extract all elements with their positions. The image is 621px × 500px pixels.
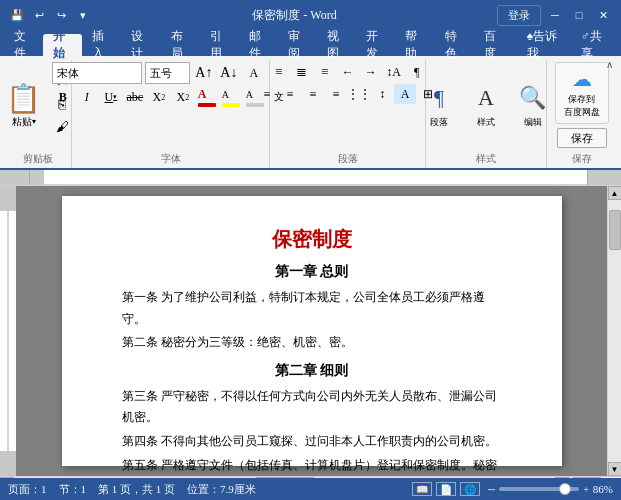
share-button[interactable]: ♂共享 [571, 34, 617, 56]
zoom-out-button[interactable]: ─ [488, 484, 495, 495]
zoom-slider[interactable] [499, 487, 579, 491]
underline-button[interactable]: U▾ [100, 87, 122, 107]
strikethrough-button[interactable]: abc [124, 87, 146, 107]
bullets-button[interactable]: ≡ [268, 62, 290, 82]
font-size-input[interactable] [145, 62, 190, 84]
scroll-thumb[interactable] [609, 210, 621, 250]
tab-special[interactable]: 特色 [435, 34, 474, 56]
document-scroll-area[interactable]: 保密制度 第一章 总则 第一条 为了维护公司利益，特制订本规定，公司全体员工必须… [16, 186, 607, 476]
paragraph-4: 第四条 不得向其他公司员工窥探、过问非本人工作职责内的公司机密。 [122, 431, 502, 453]
multilevel-button[interactable]: ≡ [314, 62, 336, 82]
tab-review[interactable]: 审阅 [278, 34, 317, 56]
font-shrink-button[interactable]: A↓ [218, 63, 240, 83]
save-button[interactable]: 保存 [557, 128, 607, 148]
increase-indent-button[interactable]: → [360, 62, 382, 82]
tab-developer[interactable]: 开发 [356, 34, 395, 56]
styles-label: 样式 [476, 150, 496, 168]
font-label: 字体 [161, 150, 181, 168]
styles-button[interactable]: A 样式 [463, 78, 508, 133]
numbering-button[interactable]: ≣ [291, 62, 313, 82]
tab-design[interactable]: 设计 [121, 34, 160, 56]
paste-button[interactable]: 📋 粘贴▾ [2, 80, 45, 131]
align-center-button[interactable]: ≡ [279, 84, 301, 104]
title-bar: 💾 ↩ ↪ ▾ 保密制度 - Word 登录 ─ □ ✕ [0, 0, 621, 30]
sort-button[interactable]: ↕A [383, 62, 405, 82]
font-grow-button[interactable]: A↑ [193, 63, 215, 83]
svg-rect-5 [0, 451, 16, 476]
zoom-in-button[interactable]: + [583, 484, 589, 495]
window-title: 保密制度 - Word [92, 7, 497, 24]
justify-button[interactable]: ≡ [325, 84, 347, 104]
shading-button[interactable]: A [394, 84, 416, 104]
line-spacing-button[interactable]: ↕ [371, 84, 393, 104]
tab-tellme[interactable]: ♠告诉我 [517, 34, 571, 56]
tab-baidu[interactable]: 百度 [474, 34, 513, 56]
customize-quick-btn[interactable]: ▾ [74, 6, 92, 24]
ribbon-content: 📋 粘贴▾ ✂ ⎘ 🖌 剪贴板 A↑ A↓ A B I [0, 56, 621, 170]
zoom-control: ─ + 86% [488, 483, 613, 495]
maximize-button[interactable]: □ [569, 5, 589, 25]
font-color-button[interactable]: A [196, 87, 218, 107]
font-content: A↑ A↓ A B I U▾ abc X2 X2 A [52, 60, 290, 150]
status-left: 页面：1 节：1 第 1 页，共 1 页 位置：7.9厘米 [8, 482, 256, 497]
tab-insert[interactable]: 插入 [82, 34, 121, 56]
columns-button[interactable]: ⋮⋮ [348, 84, 370, 104]
save-quick-btn[interactable]: 💾 [8, 6, 26, 24]
position-status: 位置：7.9厘米 [187, 482, 256, 497]
tab-home[interactable]: 开始 [43, 34, 82, 56]
scroll-track[interactable] [608, 200, 621, 462]
decrease-indent-button[interactable]: ← [337, 62, 359, 82]
zoom-thumb [559, 483, 571, 495]
view-read-button[interactable]: 📖 [412, 482, 432, 496]
align-right-button[interactable]: ≡ [302, 84, 324, 104]
title-bar-left: 💾 ↩ ↪ ▾ [8, 6, 92, 24]
tab-view[interactable]: 视图 [317, 34, 356, 56]
tab-mailings[interactable]: 邮件 [239, 34, 278, 56]
title-text: 保密制度 - Word [252, 8, 336, 22]
scroll-up-button[interactable]: ▲ [608, 186, 622, 200]
tab-references[interactable]: 引用 [200, 34, 239, 56]
login-button[interactable]: 登录 [497, 5, 541, 26]
align-left-button[interactable]: ≡ [256, 84, 278, 104]
pagecount-status: 第 1 页，共 1 页 [98, 482, 175, 497]
collapse-ribbon-button[interactable]: ∧ [601, 56, 617, 72]
vertical-scrollbar[interactable]: ▲ ▼ [607, 186, 621, 476]
ruler-body: for(let i=0;i<30;i++){ let x = i*14; doc… [44, 170, 587, 185]
vertical-ruler [0, 186, 16, 476]
ruler-left-margin [0, 170, 30, 185]
section-status: 节：1 [59, 482, 87, 497]
paragraph-5-line1: 第五条 严格遵守文件（包括传真、计算机盘片）登记和保密制度。秘密文件存放在有保密 [122, 455, 502, 476]
status-right: 📖 📄 🌐 ─ + 86% [412, 482, 613, 496]
paragraph-content: ≡ ≣ ≡ ← → ↕A ¶ ≡ ≡ ≡ ≡ ⋮⋮ ↕ A ⊞ [256, 60, 439, 150]
scroll-down-button[interactable]: ▼ [608, 462, 622, 476]
undo-quick-btn[interactable]: ↩ [30, 6, 48, 24]
superscript-button[interactable]: X2 [172, 87, 194, 107]
save-label: 保存 [572, 150, 592, 168]
font-group: A↑ A↓ A B I U▾ abc X2 X2 A [72, 60, 270, 168]
tab-layout[interactable]: 布局 [161, 34, 200, 56]
minimize-button[interactable]: ─ [545, 5, 565, 25]
view-web-button[interactable]: 🌐 [460, 482, 480, 496]
bold-button[interactable]: B [52, 87, 74, 107]
save-content: ☁ 保存到 百度网盘 保存 [555, 60, 609, 150]
paragraph-group: ≡ ≣ ≡ ← → ↕A ¶ ≡ ≡ ≡ ≡ ⋮⋮ ↕ A ⊞ 段落 [270, 60, 425, 168]
title-bar-right: 登录 ─ □ ✕ [497, 5, 613, 26]
italic-button[interactable]: I [76, 87, 98, 107]
paragraph-label: 段落 [338, 150, 358, 168]
horizontal-ruler: for(let i=0;i<30;i++){ let x = i*14; doc… [0, 170, 621, 186]
save-group: ☁ 保存到 百度网盘 保存 保存 [547, 60, 617, 168]
highlight-button[interactable]: A [220, 87, 242, 107]
view-print-button[interactable]: 📄 [436, 482, 456, 496]
subscript-button[interactable]: X2 [148, 87, 170, 107]
font-name-input[interactable] [52, 62, 142, 84]
tab-file[interactable]: 文件 [4, 34, 43, 56]
close-button[interactable]: ✕ [593, 5, 613, 25]
ribbon-tabs: 文件 开始 插入 设计 布局 引用 邮件 审阅 视图 开发 帮助 特色 百度 ♠… [0, 30, 621, 56]
svg-rect-3 [0, 186, 16, 211]
paragraph-style-button[interactable]: ¶ 段落 [416, 78, 461, 133]
tab-help[interactable]: 帮助 [395, 34, 434, 56]
redo-quick-btn[interactable]: ↪ [52, 6, 70, 24]
clipboard-label: 剪贴板 [23, 150, 53, 168]
styles-content: ¶ 段落 A 样式 🔍 编辑 [416, 60, 555, 150]
document-area: 保密制度 第一章 总则 第一条 为了维护公司利益，特制订本规定，公司全体员工必须… [0, 186, 621, 476]
